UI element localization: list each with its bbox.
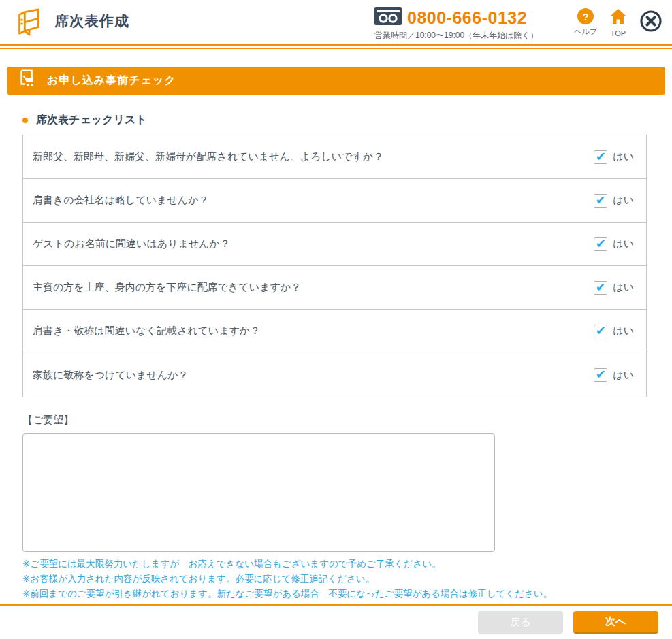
yes-label: はい <box>613 150 634 163</box>
request-textarea[interactable] <box>22 433 495 552</box>
checklist-row: ゲストのお名前に間違いはありませんか？ ✔ はい <box>23 223 646 266</box>
contact-block: 0800-666-0132 営業時間／10:00〜19:00（年末年始は除く） <box>374 7 539 42</box>
checkmark-icon: ✔ <box>596 150 606 163</box>
checklist-question: 主賓の方を上座、身内の方を下座に配席できていますか？ <box>33 281 594 294</box>
checkmark-icon: ✔ <box>596 237 606 250</box>
business-hours: 営業時間／10:00〜19:00（年末年始は除く） <box>374 30 539 42</box>
checklist-row: 新郎父、新郎母、新婦父、新婦母が配席されていません。よろしいですか？ ✔ はい <box>23 135 646 179</box>
help-button[interactable]: ? ヘルプ <box>574 8 597 37</box>
phone-number[interactable]: 0800-666-0132 <box>407 8 527 28</box>
checklist-answer: ✔ はい <box>594 325 637 338</box>
checklist-question: 肩書きの会社名は略していませんか？ <box>33 194 594 207</box>
checklist-answer: ✔ はい <box>594 150 637 164</box>
close-button[interactable] <box>639 10 662 35</box>
note-line: ※前回までのご要望が引き継がれております。新たなご要望がある場合 不要になったご… <box>22 587 672 602</box>
checkmark-icon: ✔ <box>596 194 606 206</box>
yes-checkbox[interactable]: ✔ <box>594 237 607 251</box>
checklist-answer: ✔ はい <box>594 281 637 295</box>
checklist-row: 肩書きの会社名は略していませんか？ ✔ はい <box>23 179 646 223</box>
checklist-answer: ✔ はい <box>594 368 637 382</box>
precheck-banner: お申し込み事前チェック <box>7 67 665 95</box>
checklist-row: 肩書き・敬称は間違いなく記載されていますか？ ✔ はい <box>23 310 646 353</box>
checklist-answer: ✔ はい <box>594 237 637 251</box>
yes-label: はい <box>613 369 634 382</box>
banner-title: お申し込み事前チェック <box>47 73 176 88</box>
checklist-row: 主賓の方を上座、身内の方を下座に配席できていますか？ ✔ はい <box>23 266 646 310</box>
yes-label: はい <box>613 237 634 250</box>
yes-label: はい <box>613 325 634 338</box>
app-header: 席次表作成 0800-666-0132 営業時間／10:00〜19:00（年末年… <box>0 0 672 44</box>
top-label: TOP <box>611 29 626 37</box>
back-button[interactable]: 戻る <box>478 611 563 634</box>
yes-checkbox[interactable]: ✔ <box>594 368 607 382</box>
checkmark-icon: ✔ <box>596 368 606 380</box>
next-button[interactable]: 次へ <box>573 611 658 634</box>
top-button[interactable]: TOP <box>609 8 627 37</box>
yes-label: はい <box>613 281 634 294</box>
checklist-question: 新郎父、新郎母、新婦父、新婦母が配席されていません。よろしいですか？ <box>33 150 594 163</box>
orange-donut-bullet-icon <box>22 118 28 123</box>
home-icon <box>609 8 627 27</box>
help-label: ヘルプ <box>574 27 597 37</box>
checklist-question: 肩書き・敬称は間違いなく記載されていますか？ <box>33 325 594 338</box>
note-line: ※ご要望には最大限努力いたしますが お応えできない場合もございますので予めご了承… <box>22 557 672 572</box>
checklist-table: 新郎父、新郎母、新婦父、新婦母が配席されていません。よろしいですか？ ✔ はい … <box>22 135 647 397</box>
note-line: ※お客様が入力された内容が反映されております。必要に応じて修正追記ください。 <box>22 572 672 587</box>
checkmark-icon: ✔ <box>596 281 606 293</box>
checklist-answer: ✔ はい <box>594 194 637 208</box>
seating-chart-logo-icon <box>14 6 45 40</box>
checklist-section-head: 席次表チェックリスト <box>22 113 672 127</box>
yes-label: はい <box>613 194 634 207</box>
request-label: 【ご要望】 <box>22 414 672 427</box>
freedial-phone-icon <box>374 7 402 28</box>
header-divider-thin <box>0 48 672 49</box>
footer-bar: 戻る 次へ <box>0 604 672 639</box>
header-actions: ? ヘルプ TOP <box>574 8 662 37</box>
yes-checkbox[interactable]: ✔ <box>594 194 607 208</box>
request-notes: ※ご要望には最大限努力いたしますが お応えできない場合もございますので予めご了承… <box>22 557 672 602</box>
yes-checkbox[interactable]: ✔ <box>594 325 607 338</box>
help-icon: ? <box>577 8 594 24</box>
checklist-question: ゲストのお名前に間違いはありませんか？ <box>33 237 594 250</box>
order-cart-icon <box>17 69 39 93</box>
checklist-question: 家族に敬称をつけていませんか？ <box>33 369 594 382</box>
checklist-heading: 席次表チェックリスト <box>36 113 147 127</box>
checklist-row: 家族に敬称をつけていませんか？ ✔ はい <box>23 353 646 397</box>
page-title: 席次表作成 <box>54 12 129 31</box>
yes-checkbox[interactable]: ✔ <box>594 281 607 295</box>
yes-checkbox[interactable]: ✔ <box>594 150 607 164</box>
checkmark-icon: ✔ <box>596 325 606 337</box>
